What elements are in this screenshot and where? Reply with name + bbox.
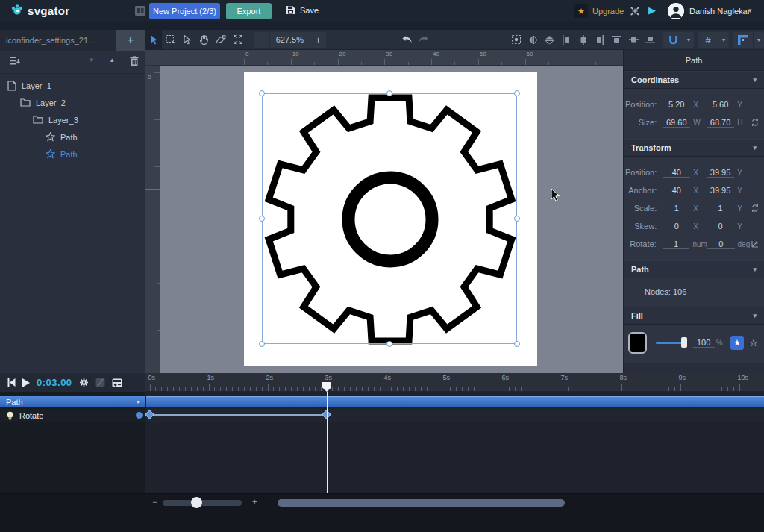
selection-handle-2[interactable] <box>514 90 520 96</box>
field-value-1[interactable]: 69.60 <box>663 118 690 128</box>
timeline-zoom-out-icon[interactable]: − <box>152 497 157 507</box>
angle-icon[interactable] <box>751 240 761 248</box>
fill-opacity-slider[interactable] <box>656 342 685 344</box>
snap-magnet-icon[interactable] <box>663 35 683 45</box>
layer-item-layer_1-0[interactable]: Layer_1 <box>0 77 145 94</box>
field-value-2[interactable]: 5.60 <box>707 100 734 109</box>
path-track-duration-bar[interactable] <box>146 396 764 407</box>
fill-keyframe-button[interactable]: ★ <box>730 336 745 350</box>
save-button[interactable]: Save <box>286 5 319 15</box>
section-coordinates[interactable]: Coordinates ▾ <box>624 71 764 89</box>
skip-to-start-icon[interactable] <box>7 378 16 387</box>
align-right-icon[interactable] <box>592 30 608 50</box>
rulers-icon[interactable] <box>733 35 753 45</box>
field-value-2[interactable]: 1 <box>707 204 734 213</box>
layer-item-layer_2-1[interactable]: Layer_2 <box>0 94 145 111</box>
collapse-up-icon[interactable]: ▴ <box>110 56 114 63</box>
field-value-1[interactable]: 1 <box>663 240 690 249</box>
projects-icon[interactable] <box>135 6 145 16</box>
grid-caret-icon[interactable]: ▾ <box>718 32 729 48</box>
timeline-zoom-in-icon[interactable]: + <box>252 497 257 507</box>
align-top-icon[interactable] <box>609 30 625 50</box>
selection-handle-5[interactable] <box>259 341 265 347</box>
redo-button[interactable] <box>415 30 431 50</box>
selection-handle-7[interactable] <box>514 341 520 347</box>
grid-icon[interactable]: # <box>698 34 718 46</box>
keyframes-visibility-icon[interactable] <box>112 378 122 387</box>
svgator-logo[interactable]: svgator <box>10 4 69 17</box>
play-icon[interactable] <box>22 378 30 387</box>
share-icon[interactable] <box>629 5 641 17</box>
sync-icon[interactable] <box>751 118 761 127</box>
layer-item-path-4[interactable]: Path <box>0 145 145 163</box>
section-path[interactable]: Path ▾ <box>624 260 764 278</box>
selection-handle-3[interactable] <box>259 216 265 222</box>
align-bottom-icon[interactable] <box>642 30 659 50</box>
flip-vertical-icon[interactable] <box>542 30 558 50</box>
fill-opacity-thumb[interactable] <box>681 337 687 348</box>
selection-handle-1[interactable] <box>386 90 392 96</box>
timeline-settings-gear-icon[interactable] <box>79 378 89 387</box>
add-tab-button[interactable]: + <box>116 30 145 51</box>
align-vertical-middle-icon[interactable] <box>625 30 642 50</box>
layer-item-path-3[interactable]: Path <box>0 128 145 145</box>
canvas-area[interactable]: 0102030405060 0 <box>145 50 623 373</box>
field-value-1[interactable]: 40 <box>663 168 690 178</box>
section-transform[interactable]: Transform ▾ <box>624 139 764 157</box>
rulers-caret-icon[interactable]: ▾ <box>753 32 764 48</box>
selection-handle-0[interactable] <box>259 90 265 96</box>
fill-keyframe-outline-icon[interactable]: ☆ <box>749 337 758 348</box>
timeline-zoom-slider[interactable] <box>163 500 242 506</box>
section-fill[interactable]: Fill ▾ <box>624 307 764 325</box>
project-tab[interactable]: iconfinder_settings_21... <box>0 30 116 51</box>
easing-panel-icon[interactable] <box>96 378 105 387</box>
node-select-tool[interactable] <box>179 30 195 50</box>
flip-horizontal-icon[interactable] <box>525 30 541 50</box>
zoom-out-button[interactable]: − <box>254 32 269 48</box>
origin-target-icon[interactable] <box>508 30 525 50</box>
align-horizontal-center-icon[interactable] <box>575 30 592 50</box>
current-time[interactable]: 0:03.00 <box>37 377 72 388</box>
collapse-down-icon[interactable]: ▾ <box>90 56 93 63</box>
snap-caret-icon[interactable]: ▾ <box>683 32 694 48</box>
expand-layers-icon[interactable] <box>9 56 20 66</box>
rotate-keyframe-lane[interactable] <box>146 409 764 422</box>
user-name[interactable]: Danish Naglekar <box>689 7 750 16</box>
field-value-2[interactable]: 39.95 <box>707 168 734 178</box>
avatar[interactable] <box>668 3 684 19</box>
field-value-2[interactable]: 39.95 <box>707 186 734 195</box>
field-value-1[interactable]: 5.20 <box>663 100 690 109</box>
timeline-horizontal-scrollbar[interactable] <box>278 499 565 507</box>
user-menu-caret-icon[interactable]: ▾ <box>748 7 752 14</box>
preview-play-icon[interactable]: ▶ <box>648 4 656 16</box>
export-button[interactable]: Export <box>226 3 272 19</box>
new-project-button[interactable]: New Project (2/3) <box>149 3 220 19</box>
fill-opacity-value[interactable]: 100 <box>693 338 715 348</box>
hand-tool[interactable] <box>195 30 212 50</box>
field-value-2[interactable]: 0 <box>707 240 735 249</box>
selection-handle-4[interactable] <box>514 216 520 222</box>
timeline-ruler[interactable]: 0s1s2s3s4s5s6s7s8s9s10s <box>145 373 764 392</box>
zoom-in-button[interactable]: + <box>310 32 326 48</box>
field-value-1[interactable]: 40 <box>663 186 690 195</box>
field-value-1[interactable]: 0 <box>663 222 690 231</box>
pen-node-tool[interactable] <box>213 30 229 50</box>
upgrade-button[interactable]: ★ Upgrade <box>574 4 624 18</box>
rotate-property-row[interactable]: Rotate <box>0 409 145 422</box>
path-track-header[interactable]: Path ▾ <box>0 396 145 407</box>
align-left-icon[interactable] <box>558 30 574 50</box>
playhead-line[interactable] <box>327 392 328 493</box>
sync-icon[interactable] <box>751 204 761 213</box>
selection-box[interactable] <box>262 93 517 344</box>
timeline-zoom-thumb[interactable] <box>191 497 202 508</box>
layer-item-layer_3-2[interactable]: Layer_3 <box>0 111 145 128</box>
field-value-2[interactable]: 68.70 <box>707 118 734 128</box>
rotate-keyframe-indicator[interactable] <box>136 412 143 419</box>
zoom-to-fit-icon[interactable] <box>229 30 245 50</box>
zoom-level-value[interactable]: 627.5% <box>270 32 310 48</box>
transform-tool[interactable] <box>162 30 178 50</box>
undo-button[interactable] <box>398 30 415 50</box>
selection-handle-6[interactable] <box>386 341 392 347</box>
select-tool[interactable] <box>145 30 162 50</box>
delete-layer-icon[interactable] <box>130 56 139 66</box>
